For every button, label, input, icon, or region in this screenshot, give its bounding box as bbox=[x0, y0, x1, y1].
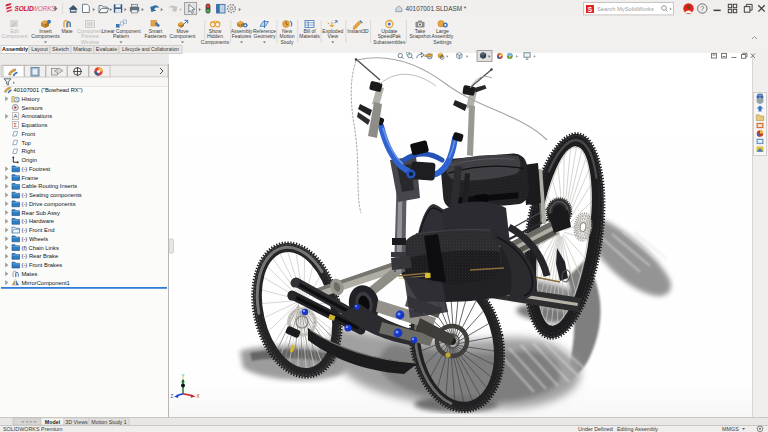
svg-text:◄◄►►: ◄◄►► bbox=[20, 419, 38, 424]
svg-text:Annotations: Annotations bbox=[22, 113, 53, 119]
svg-text:Sketch: Sketch bbox=[52, 46, 69, 52]
svg-text:Under Defined: Under Defined bbox=[578, 426, 613, 432]
svg-text:MMGS: MMGS bbox=[722, 426, 739, 432]
svg-text:Features: Features bbox=[232, 33, 252, 39]
svg-text:Evaluate: Evaluate bbox=[96, 46, 117, 52]
svg-text:Front: Front bbox=[22, 131, 36, 137]
svg-text:40107001.SLDASM *: 40107001.SLDASM * bbox=[406, 5, 467, 12]
svg-text:Fasteners: Fasteners bbox=[144, 33, 167, 39]
svg-text:3D Views: 3D Views bbox=[65, 419, 88, 425]
svg-text:A: A bbox=[14, 113, 18, 119]
svg-text:Study: Study bbox=[281, 39, 294, 45]
svg-text:Lifecycle and Collaboration: Lifecycle and Collaboration bbox=[122, 46, 179, 52]
svg-text:Component: Component bbox=[170, 33, 196, 39]
svg-text:S: S bbox=[588, 6, 593, 13]
svg-text:Σ: Σ bbox=[14, 122, 18, 128]
svg-text:(-) Footrest: (-) Footrest bbox=[22, 166, 51, 172]
svg-text:Pattern: Pattern bbox=[113, 33, 129, 39]
svg-text:Assembly: Assembly bbox=[2, 46, 29, 52]
svg-text:Geometry: Geometry bbox=[254, 33, 276, 39]
svg-text:(-) Front Brakes: (-) Front Brakes bbox=[22, 262, 63, 268]
svg-text:Markup: Markup bbox=[73, 46, 91, 52]
svg-text:Settings: Settings bbox=[433, 39, 452, 45]
svg-text:Rear Sub Assy: Rear Sub Assy bbox=[22, 210, 60, 216]
svg-text:Instant3D: Instant3D bbox=[347, 28, 369, 34]
svg-text:Motion Study 1: Motion Study 1 bbox=[91, 419, 126, 425]
svg-text:(-) Front End: (-) Front End bbox=[22, 227, 55, 233]
svg-text:View: View bbox=[327, 33, 338, 39]
svg-text:X: X bbox=[197, 394, 200, 399]
svg-text:Mates: Mates bbox=[22, 271, 38, 277]
svg-text:Cable Routing Inserts: Cable Routing Inserts bbox=[22, 183, 78, 189]
svg-text:Frame: Frame bbox=[22, 175, 39, 181]
svg-text:SOLIDWORKS Premium: SOLIDWORKS Premium bbox=[3, 426, 63, 432]
svg-text:Editing Assembly: Editing Assembly bbox=[617, 426, 658, 432]
svg-text:(-) Wheels: (-) Wheels bbox=[22, 236, 49, 242]
svg-text:Components: Components bbox=[31, 33, 60, 39]
svg-text:History: History bbox=[22, 96, 40, 102]
svg-text:Search MySolidWorks: Search MySolidWorks bbox=[597, 6, 654, 12]
svg-text:Origin: Origin bbox=[22, 157, 37, 163]
svg-text:Right: Right bbox=[22, 148, 36, 154]
svg-text:Component: Component bbox=[2, 33, 28, 39]
svg-text:Z: Z bbox=[171, 394, 174, 399]
svg-text:?: ? bbox=[700, 5, 704, 12]
svg-text:Window: Window bbox=[81, 39, 99, 45]
svg-text:Materials: Materials bbox=[299, 33, 320, 39]
svg-text:(-) Drive components: (-) Drive components bbox=[22, 201, 76, 207]
svg-text:Mate: Mate bbox=[61, 28, 72, 34]
svg-text:(-) Hardware: (-) Hardware bbox=[22, 218, 55, 224]
svg-text:Y: Y bbox=[182, 374, 185, 379]
svg-text:(-) Seating components: (-) Seating components bbox=[22, 192, 82, 198]
svg-text:Top: Top bbox=[22, 140, 31, 146]
svg-text:(f) Chain Links: (f) Chain Links bbox=[22, 245, 59, 251]
svg-text:Layout: Layout bbox=[31, 46, 48, 52]
svg-text:Snapshot: Snapshot bbox=[409, 33, 431, 39]
svg-text:Subassemblies: Subassemblies bbox=[373, 39, 405, 45]
svg-text:40107001 ("Bowhead RX"): 40107001 ("Bowhead RX") bbox=[14, 87, 83, 93]
svg-text:MirrorComponent1: MirrorComponent1 bbox=[22, 280, 70, 286]
svg-text:Model: Model bbox=[45, 419, 61, 425]
svg-text:Equations: Equations bbox=[22, 122, 48, 128]
svg-text:(-) Rear Brake: (-) Rear Brake bbox=[22, 253, 59, 259]
svg-text:Sensors: Sensors bbox=[22, 105, 43, 111]
svg-text:WORKS: WORKS bbox=[32, 5, 56, 12]
